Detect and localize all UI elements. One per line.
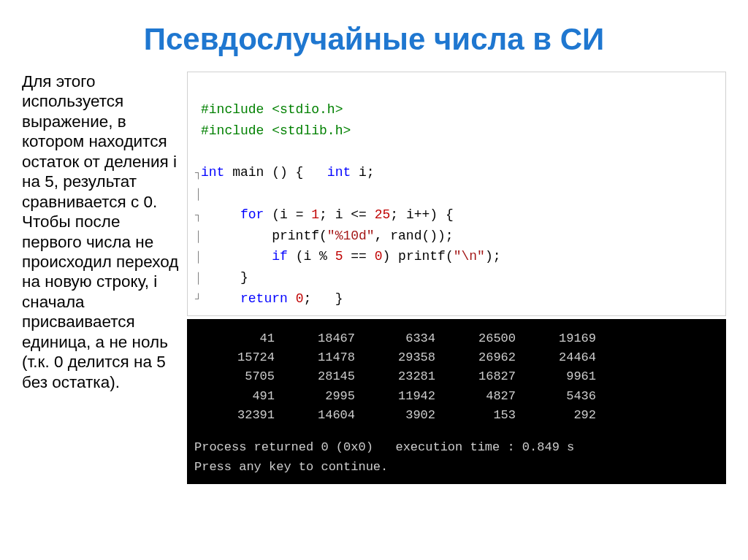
code-text: ; i <=: [319, 207, 375, 222]
code-text: (i %: [288, 249, 335, 264]
include-line: #include <stdlib.h>: [201, 123, 351, 138]
code-number: 25: [375, 207, 391, 222]
console-cell: 14604: [275, 406, 355, 425]
code-keyword: for: [240, 207, 264, 222]
code-text: ; i++) {: [390, 207, 453, 222]
code-number: 0: [375, 249, 383, 264]
console-cell: 292: [516, 406, 596, 425]
console-output: 4118467633426500191691572411478293582696…: [187, 319, 726, 484]
console-row: 32391146043902153292: [194, 406, 719, 425]
include-line: #include <stdio.h>: [201, 102, 343, 117]
console-cell: 29358: [355, 348, 435, 367]
console-cell: 153: [435, 406, 516, 425]
explanation-text: Для этого используется выражение, в кото…: [22, 72, 184, 484]
content-row: Для этого используется выражение, в кото…: [22, 72, 726, 484]
code-number: 5: [335, 249, 343, 264]
console-cell: 3902: [355, 406, 435, 425]
code-text: ; }: [303, 291, 343, 306]
console-cell: 5705: [194, 367, 275, 386]
console-cell: 32391: [194, 406, 275, 425]
console-cell: 18467: [275, 329, 355, 348]
code-text: main () {: [224, 165, 327, 180]
console-cell: 6334: [355, 329, 435, 348]
console-cell: 23281: [355, 367, 435, 386]
console-cell: 16827: [435, 367, 516, 386]
console-status: Process returned 0 (0x0) execution time …: [194, 438, 719, 457]
code-text: , rand());: [375, 229, 454, 243]
code-text: ) printf(: [382, 249, 453, 264]
code-keyword: if: [272, 249, 288, 264]
console-row: 1572411478293582696224464: [194, 348, 719, 367]
code-number: 0: [296, 291, 304, 306]
console-cell: 24464: [516, 348, 596, 367]
console-cell: 5436: [516, 387, 596, 406]
code-keyword: return: [240, 291, 288, 306]
code-text: (i =: [264, 207, 311, 222]
code-number: 1: [311, 207, 319, 222]
console-cell: 4827: [435, 387, 516, 406]
console-row: 411846763342650019169: [194, 329, 719, 348]
code-text: printf(: [272, 229, 327, 243]
console-cell: 28145: [275, 367, 355, 386]
code-text: );: [485, 249, 501, 264]
console-row: 57052814523281168279961: [194, 367, 719, 386]
console-cell: 26962: [435, 348, 516, 367]
code-text: ==: [343, 249, 374, 264]
console-cell: 11478: [275, 348, 355, 367]
right-column: #include <stdio.h> #include <stdlib.h> ┐…: [187, 72, 726, 484]
console-cell: 2995: [275, 387, 355, 406]
code-text: i;: [351, 165, 374, 180]
console-row: 49129951194248275436: [194, 387, 719, 406]
code-keyword: int: [201, 165, 224, 180]
code-keyword: int: [327, 165, 351, 180]
console-cell: 19169: [516, 329, 596, 348]
code-string: "\n": [454, 249, 485, 264]
console-cell: 11942: [355, 387, 435, 406]
console-cell: 9961: [516, 367, 596, 386]
code-string: "%10d": [327, 229, 375, 243]
console-cell: 491: [194, 387, 275, 406]
console-prompt: Press any key to continue.: [194, 458, 719, 477]
console-cell: 41: [194, 329, 275, 348]
page-title: Псевдослучайные числа в СИ: [22, 22, 726, 57]
code-text: }: [240, 270, 248, 285]
console-cell: 26500: [435, 329, 516, 348]
code-text: [288, 291, 296, 306]
code-block: #include <stdio.h> #include <stdlib.h> ┐…: [187, 72, 726, 316]
console-cell: 15724: [194, 348, 275, 367]
slide: Псевдослучайные числа в СИ Для этого исп…: [0, 0, 748, 484]
